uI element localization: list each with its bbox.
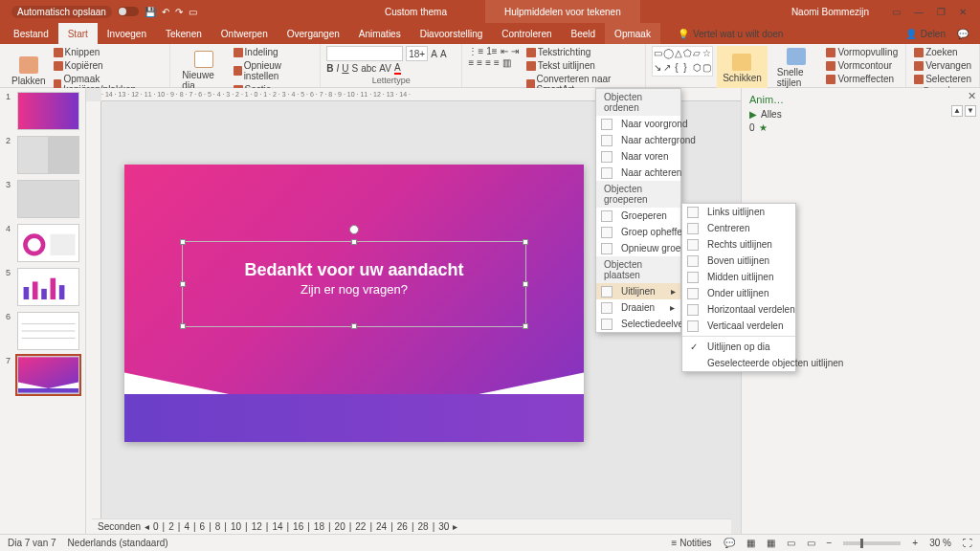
mi-align-bottom[interactable]: Onder uitlijnen (682, 285, 795, 301)
mi-rotate[interactable]: Draaien▸ (596, 299, 680, 316)
mi-align-center[interactable]: Centreren (682, 220, 795, 236)
tab-transitions[interactable]: Overgangen (278, 23, 349, 44)
resize-handle[interactable] (351, 323, 357, 329)
tab-format[interactable]: Opmaak (605, 23, 660, 44)
timeline-scroll-left-icon[interactable]: ◂ (145, 521, 149, 532)
find-button[interactable]: Zoeken (912, 46, 973, 58)
resize-handle[interactable] (180, 323, 186, 329)
tab-draw[interactable]: Tekenen (156, 23, 212, 44)
slide-counter[interactable]: Dia 7 van 7 (8, 538, 56, 548)
align-center-icon[interactable]: ≡ (477, 57, 482, 68)
undo-icon[interactable]: ↶ (162, 7, 169, 17)
mi-bring-forward[interactable]: Naar voren (596, 148, 680, 165)
comments-button[interactable]: 💬 (724, 538, 735, 548)
layout-button[interactable]: Indeling (232, 46, 315, 58)
shape-outline-button[interactable]: Vormcontour (824, 59, 900, 72)
spacing-button[interactable]: AV (379, 63, 391, 74)
view-normal-icon[interactable]: ▦ (746, 538, 755, 548)
timeline-scroll-right-icon[interactable]: ▸ (453, 521, 457, 532)
tab-animations[interactable]: Animaties (349, 23, 411, 44)
font-family-select[interactable] (326, 46, 403, 61)
resize-handle[interactable] (351, 239, 357, 245)
quick-styles-button[interactable]: Snelle stijlen (771, 46, 821, 90)
comments-icon[interactable]: 💬 (957, 29, 969, 39)
copy-button[interactable]: Kopiëren (52, 59, 165, 72)
rotate-handle-icon[interactable] (349, 225, 359, 234)
share-button[interactable]: 👤Delen💬 (894, 23, 980, 44)
indent-dec-icon[interactable]: ⇤ (501, 46, 508, 56)
tab-review[interactable]: Controleren (492, 23, 561, 44)
thumb-7[interactable]: 7 (6, 356, 79, 394)
slide-title[interactable]: Bedankt voor uw aandacht (182, 260, 526, 280)
minimize-icon[interactable]: — (914, 7, 924, 17)
mi-distribute-h[interactable]: Horizontaal verdelen (682, 301, 795, 318)
slide-subtitle[interactable]: Zijn er nog vragen? (182, 282, 526, 297)
grow-font-icon[interactable]: A (431, 49, 437, 59)
thumb-6[interactable]: 6 (6, 312, 79, 350)
align-right-icon[interactable]: ≡ (485, 57, 491, 68)
cut-button[interactable]: Knippen (52, 46, 165, 58)
shape-effects-button[interactable]: Vormeffecten (824, 73, 900, 85)
view-reading-icon[interactable]: ▭ (787, 538, 795, 548)
resize-handle[interactable] (523, 323, 528, 329)
thumb-4[interactable]: 4 (6, 224, 79, 262)
zoom-slider[interactable] (843, 541, 901, 545)
shadow-button[interactable]: S (352, 63, 359, 74)
italic-button[interactable]: I (336, 63, 339, 74)
thumb-5[interactable]: 5 (6, 268, 79, 306)
font-size-select[interactable]: 18+ (406, 46, 428, 61)
select-button[interactable]: Selecteren (912, 73, 973, 85)
autosave-toggle[interactable]: Automatisch opslaan (11, 6, 112, 18)
underline-button[interactable]: U (342, 63, 348, 74)
align-left-icon[interactable]: ≡ (468, 57, 474, 68)
strike-button[interactable]: abc (361, 63, 376, 74)
start-slideshow-icon[interactable]: ▭ (189, 7, 197, 17)
play-all-button[interactable]: ▶Alles (749, 109, 972, 120)
move-up-icon[interactable]: ▲ (951, 105, 963, 117)
move-down-icon[interactable]: ▼ (965, 105, 976, 117)
view-slideshow-icon[interactable]: ▭ (807, 538, 815, 548)
close-pane-icon[interactable]: ✕ (968, 90, 976, 102)
mi-align[interactable]: Uitlijnen▸ (596, 283, 680, 299)
mi-align-middle[interactable]: Midden uitlijnen (682, 269, 795, 285)
ribbon-options-icon[interactable]: ▭ (892, 7, 901, 17)
user-name[interactable]: Naomi Bommezijn (782, 7, 879, 17)
resize-handle[interactable] (523, 239, 528, 245)
mi-selection-pane[interactable]: Selectiedeelvenster... (596, 316, 680, 332)
reset-button[interactable]: Opnieuw instellen (232, 59, 315, 82)
tab-slideshow[interactable]: Diavoorstelling (411, 23, 493, 44)
tab-insert[interactable]: Invoegen (98, 23, 156, 44)
justify-icon[interactable]: ≡ (494, 57, 500, 68)
mi-bring-to-front[interactable]: Naar voorgrond (596, 116, 680, 132)
thumb-2[interactable]: 2 (6, 136, 79, 174)
zoom-in-icon[interactable]: + (912, 538, 918, 548)
shape-fill-button[interactable]: Vormopvulling (824, 46, 900, 58)
bold-button[interactable]: B (326, 63, 333, 74)
view-sorter-icon[interactable]: ▦ (767, 538, 775, 548)
thumb-1[interactable]: 1 (6, 92, 79, 130)
slide[interactable]: Bedankt voor uw aandacht Zijn er nog vra… (124, 165, 584, 442)
mi-align-left[interactable]: Links uitlijnen (682, 204, 795, 220)
mi-send-to-back[interactable]: Naar achtergrond (596, 132, 680, 148)
mi-distribute-v[interactable]: Verticaal verdelen (682, 318, 795, 334)
tab-home[interactable]: Start (58, 23, 98, 44)
bullets-icon[interactable]: ⋮≡ (468, 46, 483, 56)
mi-align-right[interactable]: Rechts uitlijnen (682, 236, 795, 253)
tab-view[interactable]: Beeld (562, 23, 606, 44)
redo-icon[interactable]: ↷ (175, 7, 183, 17)
autosave-switch[interactable] (118, 7, 139, 16)
close-icon[interactable]: ✕ (959, 7, 967, 17)
arrange-button[interactable]: Schikken (717, 46, 768, 90)
notes-button[interactable]: ≡ Notities (672, 538, 712, 548)
mi-align-to-slide[interactable]: ✓Uitlijnen op dia (682, 339, 795, 355)
thumb-3[interactable]: 3 (6, 180, 79, 218)
zoom-level[interactable]: 30 % (929, 538, 951, 548)
save-icon[interactable]: 💾 (145, 7, 156, 17)
replace-button[interactable]: Vervangen (912, 59, 973, 72)
mi-send-backward[interactable]: Naar achteren (596, 165, 680, 181)
text-direction-button[interactable]: Tekstrichting (524, 46, 639, 58)
fit-window-icon[interactable]: ⛶ (963, 538, 972, 548)
tell-me[interactable]: 💡Vertel wat u wilt doen (678, 23, 784, 44)
tab-file[interactable]: Bestand (4, 23, 58, 44)
font-color-button[interactable]: A (394, 62, 401, 75)
